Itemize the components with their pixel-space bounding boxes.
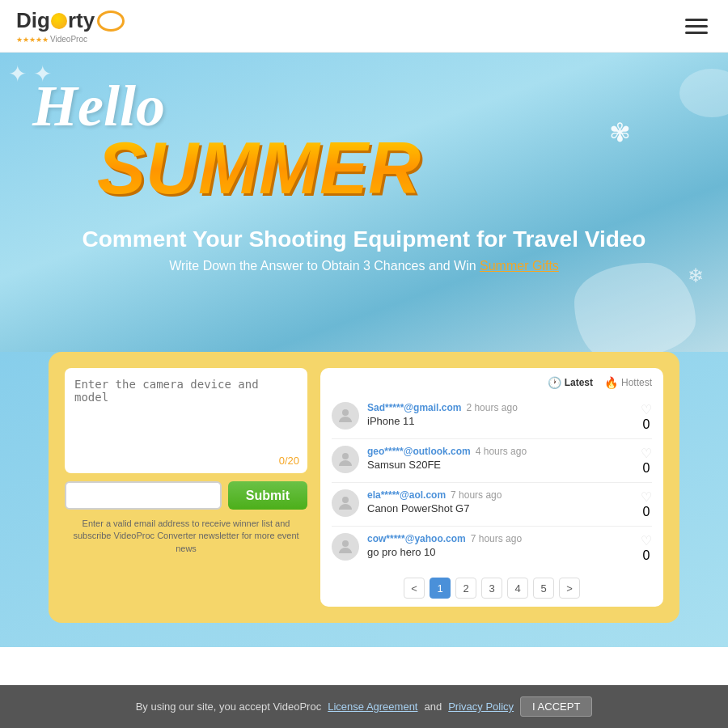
left-panel: 0/20 Submit Enter a valid email address … bbox=[65, 368, 307, 607]
page-2[interactable]: 2 bbox=[455, 578, 476, 599]
page-5[interactable]: 5 bbox=[533, 578, 554, 599]
pagination: < 1 2 3 4 5 > bbox=[332, 578, 652, 599]
comment-meta: geo*****@outlook.com 4 hours ago bbox=[367, 446, 633, 457]
heart-icon[interactable]: ♡ bbox=[641, 489, 652, 505]
submit-button[interactable]: Submit bbox=[228, 481, 307, 510]
comment-text: iPhone 11 bbox=[367, 415, 633, 427]
comment-body: geo*****@outlook.com 4 hours ago Samsun … bbox=[367, 446, 633, 471]
comment-item: Sad*****@gmail.com 2 hours ago iPhone 11… bbox=[332, 396, 652, 439]
tab-latest-label: Latest bbox=[565, 377, 593, 388]
heart-icon[interactable]: ♡ bbox=[641, 446, 652, 461]
tab-latest[interactable]: 🕐 Latest bbox=[548, 376, 593, 389]
email-row: Submit bbox=[65, 481, 307, 510]
deco-splash: ✾ bbox=[609, 117, 631, 148]
avatar bbox=[332, 446, 359, 473]
avatar bbox=[332, 533, 359, 561]
email-note: Enter a valid email address to receive w… bbox=[65, 518, 307, 555]
page-next[interactable]: > bbox=[559, 578, 580, 599]
like-count: 0 bbox=[643, 417, 650, 432]
deco-wave-1 bbox=[574, 263, 696, 352]
hamburger-line-1 bbox=[685, 19, 708, 21]
textarea-wrapper: 0/20 bbox=[65, 368, 307, 473]
avatar bbox=[332, 402, 359, 430]
license-link[interactable]: License Agreement bbox=[328, 700, 417, 713]
comment-time: 7 hours ago bbox=[451, 489, 502, 501]
like-count: 0 bbox=[643, 461, 650, 476]
logo-top: Dig rty bbox=[16, 8, 125, 33]
hero-subtitle-text: Write Down the Answer to Obtain 3 Chance… bbox=[169, 259, 480, 273]
svg-point-2 bbox=[342, 497, 349, 503]
logo: Dig rty ★★★★★ VideoProc bbox=[16, 8, 125, 44]
comment-item: ela*****@aol.com 7 hours ago Canon Power… bbox=[332, 483, 652, 527]
comment-body: cow*****@yahoo.com 7 hours ago go pro he… bbox=[367, 533, 633, 558]
hero-section: ✦ ✦ ✾ ❄ Hello SUMMER Comment Your Shooti… bbox=[0, 53, 728, 352]
hero-subtitle-row: Write Down the Answer to Obtain 3 Chance… bbox=[32, 259, 696, 273]
tab-hottest[interactable]: 🔥 Hottest bbox=[604, 376, 652, 389]
footer-text: By using our site, you accept VideoProc bbox=[136, 700, 322, 713]
avatar bbox=[332, 489, 359, 517]
comment-body: ela*****@aol.com 7 hours ago Canon Power… bbox=[367, 489, 633, 514]
email-input[interactable] bbox=[65, 481, 222, 510]
heart-icon[interactable]: ♡ bbox=[641, 402, 652, 417]
page-4[interactable]: 4 bbox=[507, 578, 528, 599]
comment-time: 4 hours ago bbox=[476, 446, 527, 457]
comment-time: 2 hours ago bbox=[466, 402, 517, 413]
logo-sub-text: VideoProc bbox=[50, 35, 87, 44]
comment-text: Samsun S20FE bbox=[367, 459, 633, 471]
char-count: 0/20 bbox=[279, 455, 299, 467]
svg-point-0 bbox=[342, 409, 349, 416]
comment-email: geo*****@outlook.com bbox=[367, 446, 471, 457]
deco-wave-2 bbox=[679, 69, 728, 117]
tab-hottest-label: Hottest bbox=[621, 377, 652, 388]
privacy-link[interactable]: Privacy Policy bbox=[448, 700, 514, 713]
comment-email: ela*****@aol.com bbox=[367, 489, 446, 501]
summer-gifts-link[interactable]: Summer Gifts bbox=[480, 259, 559, 273]
tabs-row: 🕐 Latest 🔥 Hottest bbox=[332, 376, 652, 389]
hamburger-line-3 bbox=[685, 32, 708, 34]
comment-like-area: ♡ 0 bbox=[641, 446, 652, 476]
svg-point-1 bbox=[342, 453, 349, 459]
logo-text-arty: rty bbox=[68, 8, 95, 33]
svg-point-3 bbox=[342, 540, 349, 547]
page-3[interactable]: 3 bbox=[481, 578, 502, 599]
hamburger-line-2 bbox=[685, 25, 708, 28]
fire-icon: 🔥 bbox=[604, 376, 618, 389]
comment-list: Sad*****@gmail.com 2 hours ago iPhone 11… bbox=[332, 396, 652, 569]
logo-text-dig: Dig bbox=[16, 8, 50, 33]
comment-time: 7 hours ago bbox=[471, 533, 522, 544]
header: Dig rty ★★★★★ VideoProc bbox=[0, 0, 728, 53]
comment-item: geo*****@outlook.com 4 hours ago Samsun … bbox=[332, 439, 652, 483]
footer-and: and bbox=[424, 700, 442, 713]
page-1[interactable]: 1 bbox=[430, 578, 451, 599]
comment-email: cow*****@yahoo.com bbox=[367, 533, 466, 544]
like-count: 0 bbox=[643, 505, 650, 519]
comment-section: 0/20 Submit Enter a valid email address … bbox=[0, 352, 728, 647]
comment-box: 0/20 Submit Enter a valid email address … bbox=[49, 352, 679, 623]
page-prev[interactable]: < bbox=[404, 578, 425, 599]
comment-like-area: ♡ 0 bbox=[641, 533, 652, 563]
comment-email: Sad*****@gmail.com bbox=[367, 402, 461, 413]
hero-summer: SUMMER bbox=[97, 127, 421, 210]
like-count: 0 bbox=[643, 548, 650, 563]
heart-icon[interactable]: ♡ bbox=[641, 533, 652, 548]
hero-title: Comment Your Shooting Equipment for Trav… bbox=[32, 226, 696, 252]
comment-like-area: ♡ 0 bbox=[641, 489, 652, 519]
clock-icon: 🕐 bbox=[548, 376, 561, 389]
comment-meta: cow*****@yahoo.com 7 hours ago bbox=[367, 533, 633, 544]
comment-body: Sad*****@gmail.com 2 hours ago iPhone 11 bbox=[367, 402, 633, 427]
footer: By using our site, you accept VideoProc … bbox=[0, 685, 728, 728]
camera-input[interactable] bbox=[74, 378, 298, 459]
comment-meta: Sad*****@gmail.com 2 hours ago bbox=[367, 402, 633, 413]
accept-button[interactable]: I ACCEPT bbox=[520, 696, 592, 717]
right-panel: 🕐 Latest 🔥 Hottest Sad*****@gmail. bbox=[320, 368, 663, 607]
comment-meta: ela*****@aol.com 7 hours ago bbox=[367, 489, 633, 501]
comment-item: cow*****@yahoo.com 7 hours ago go pro he… bbox=[332, 527, 652, 569]
comment-like-area: ♡ 0 bbox=[641, 402, 652, 432]
logo-sub: ★★★★★ VideoProc bbox=[16, 35, 125, 44]
logo-circle-icon bbox=[51, 13, 67, 29]
comment-text: Canon PowerShot G7 bbox=[367, 502, 633, 514]
comment-text: go pro hero 10 bbox=[367, 546, 633, 558]
hamburger-menu[interactable] bbox=[681, 15, 712, 38]
logo-stars: ★★★★★ bbox=[16, 36, 49, 44]
logo-ellipse-icon bbox=[97, 11, 125, 32]
